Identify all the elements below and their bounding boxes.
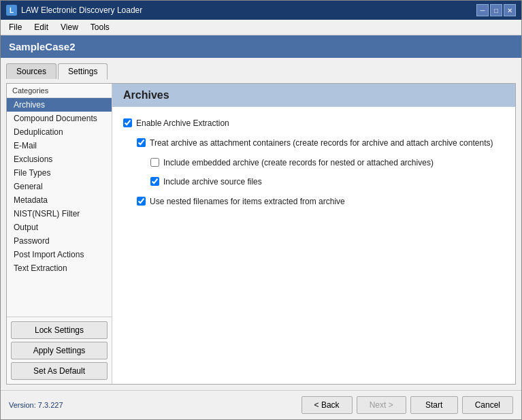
bottom-bar: Version: 7.3.227 < Back Next > Start Can…: [1, 390, 521, 419]
sidebar-buttons: Lock Settings Apply Settings Set As Defa…: [7, 317, 112, 384]
bottom-buttons: < Back Next > Start Cancel: [301, 396, 513, 414]
panel-body: Enable Archive Extraction Treat archive …: [112, 107, 515, 384]
next-button[interactable]: Next >: [357, 396, 406, 414]
menu-view[interactable]: View: [55, 21, 84, 33]
set-as-default-button[interactable]: Set As Default: [11, 362, 108, 380]
version-text: Version: 7.3.227: [9, 401, 63, 409]
app-icon: L: [6, 5, 17, 16]
sidebar-item-text-extraction[interactable]: Text Extraction: [7, 261, 112, 275]
right-panel: Archives Enable Archive Extraction Treat…: [112, 84, 515, 384]
title-bar-controls: ─ □ ✕: [476, 4, 516, 16]
checkbox-row-include-embedded: Include embedded archive (create records…: [150, 157, 504, 169]
sidebar-item-password[interactable]: Password: [7, 234, 112, 248]
sidebar-item-output[interactable]: Output: [7, 221, 112, 234]
sidebar: Categories Archives Compound Documents D…: [7, 84, 112, 384]
sidebar-item-archives[interactable]: Archives: [7, 98, 112, 112]
case-header: SampleCase2: [1, 35, 521, 58]
treat-archive-label: Treat archive as attachment containers (…: [150, 138, 493, 149]
enable-archive-checkbox[interactable]: [123, 118, 132, 127]
sidebar-item-file-types[interactable]: File Types: [7, 166, 112, 180]
menu-edit[interactable]: Edit: [29, 21, 54, 33]
menu-tools[interactable]: Tools: [85, 21, 115, 33]
sidebar-item-compound-documents[interactable]: Compound Documents: [7, 112, 112, 125]
tab-bar: Sources Settings: [6, 63, 516, 79]
sidebar-item-exclusions[interactable]: Exclusions: [7, 152, 112, 166]
content-area: Categories Archives Compound Documents D…: [6, 83, 516, 385]
include-source-checkbox[interactable]: [150, 177, 159, 186]
panel-title: Archives: [112, 84, 515, 107]
apply-settings-button[interactable]: Apply Settings: [11, 342, 108, 359]
nested-filenames-label: Use nested filenames for items extracted…: [150, 196, 345, 208]
main-window: L LAW Electronic Discovery Loader ─ □ ✕ …: [0, 0, 522, 420]
case-name: SampleCase2: [9, 41, 76, 52]
include-source-label: Include archive source files: [163, 176, 262, 188]
start-button[interactable]: Start: [410, 396, 458, 414]
cancel-button[interactable]: Cancel: [462, 396, 513, 414]
close-button[interactable]: ✕: [504, 4, 516, 16]
checkbox-row-enable-archive: Enable Archive Extraction: [123, 118, 504, 129]
include-embedded-label: Include embedded archive (create records…: [163, 157, 434, 169]
back-button[interactable]: < Back: [301, 396, 353, 414]
sidebar-item-nist-filter[interactable]: NIST(NSRL) Filter: [7, 207, 112, 221]
title-bar-left: L LAW Electronic Discovery Loader: [6, 5, 142, 16]
include-embedded-checkbox[interactable]: [150, 158, 159, 167]
checkbox-row-include-source: Include archive source files: [150, 176, 504, 188]
title-bar: L LAW Electronic Discovery Loader ─ □ ✕: [1, 1, 521, 20]
sidebar-item-post-import-actions[interactable]: Post Import Actions: [7, 248, 112, 261]
lock-settings-button[interactable]: Lock Settings: [11, 321, 108, 339]
categories-label: Categories: [7, 84, 112, 98]
treat-archive-checkbox[interactable]: [137, 138, 146, 147]
enable-archive-label: Enable Archive Extraction: [136, 118, 229, 129]
sidebar-item-metadata[interactable]: Metadata: [7, 193, 112, 207]
sidebar-item-deduplication[interactable]: Deduplication: [7, 125, 112, 139]
maximize-button[interactable]: □: [490, 4, 502, 16]
window-title: LAW Electronic Discovery Loader: [21, 5, 142, 15]
tab-sources[interactable]: Sources: [6, 63, 56, 79]
menu-file[interactable]: File: [3, 21, 27, 33]
tab-settings[interactable]: Settings: [58, 63, 108, 80]
main-content: Sources Settings Categories Archives Com…: [1, 58, 521, 390]
nested-filenames-checkbox[interactable]: [137, 197, 146, 206]
sidebar-item-email[interactable]: E-Mail: [7, 139, 112, 152]
checkbox-row-nested-filenames: Use nested filenames for items extracted…: [137, 196, 504, 208]
sidebar-item-general[interactable]: General: [7, 180, 112, 193]
checkbox-row-treat-archive: Treat archive as attachment containers (…: [137, 138, 504, 149]
menu-bar: File Edit View Tools: [1, 20, 521, 35]
sidebar-list: Archives Compound Documents Deduplicatio…: [7, 98, 112, 317]
minimize-button[interactable]: ─: [476, 4, 489, 16]
